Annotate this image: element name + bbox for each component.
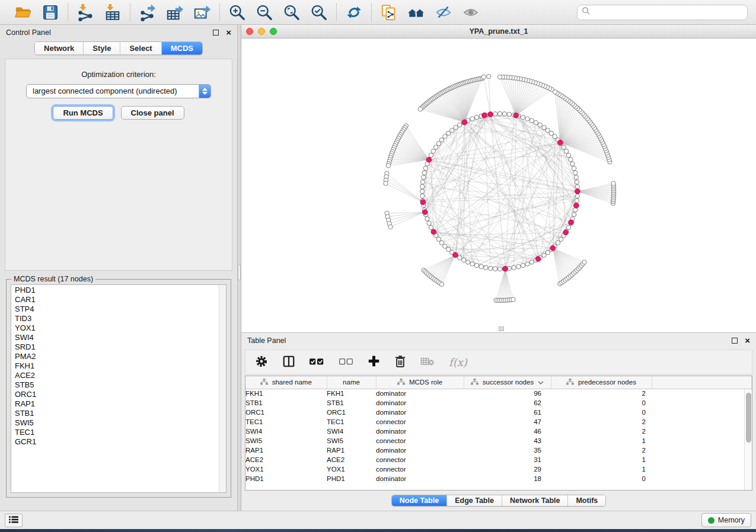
close-table-panel-icon[interactable]: ×: [745, 338, 750, 344]
canvas-resize-handle[interactable]: [499, 326, 504, 331]
tab-mcds[interactable]: MCDS: [162, 42, 202, 55]
table-cell[interactable]: 31: [464, 455, 551, 464]
network-node[interactable]: [487, 74, 491, 78]
network-node[interactable]: [538, 123, 542, 127]
network-node[interactable]: [573, 171, 577, 175]
float-table-panel-icon[interactable]: [732, 338, 738, 344]
hide-selected-button[interactable]: [434, 3, 453, 22]
float-panel-icon[interactable]: [213, 30, 219, 36]
table-cell[interactable]: TEC1: [245, 417, 327, 427]
mcds-result-item[interactable]: SWI4: [11, 333, 218, 342]
tab-select[interactable]: Select: [120, 42, 161, 55]
tab-network[interactable]: Network: [35, 42, 84, 55]
network-node[interactable]: [446, 247, 450, 251]
mcds-result-item[interactable]: SRD1: [11, 342, 218, 352]
network-node[interactable]: [489, 266, 493, 270]
mcds-hub-node[interactable]: [574, 203, 579, 209]
table-cell[interactable]: 1: [551, 455, 652, 464]
table-row[interactable]: PHD1PHD1dominator180: [245, 474, 752, 483]
column-header-mcds-role[interactable]: MCDS role: [376, 376, 464, 389]
table-cell[interactable]: TEC1: [327, 417, 376, 427]
mcds-hub-node[interactable]: [569, 220, 574, 225]
table-row[interactable]: SWI4SWI4dominator462: [245, 427, 752, 436]
mcds-result-item[interactable]: ORC1: [11, 390, 218, 399]
table-cell[interactable]: 2: [551, 389, 652, 398]
table-cell[interactable]: dominator: [376, 408, 464, 417]
close-panel-button[interactable]: Close panel: [121, 106, 184, 120]
mcds-result-item[interactable]: CAR1: [11, 295, 218, 305]
table-cell[interactable]: 2: [551, 427, 652, 436]
table-row[interactable]: STB1STB1dominator620: [245, 398, 752, 408]
mcds-hub-node[interactable]: [482, 113, 487, 118]
network-node[interactable]: [549, 131, 553, 135]
network-node[interactable]: [493, 267, 497, 271]
delete-table-button[interactable]: [420, 357, 435, 368]
zoom-in-button[interactable]: [228, 3, 247, 22]
network-node[interactable]: [466, 260, 470, 264]
network-node[interactable]: [564, 149, 568, 153]
network-node[interactable]: [386, 164, 390, 168]
deselect-all-button[interactable]: [339, 358, 353, 367]
search-input[interactable]: [594, 8, 743, 17]
export-image-button[interactable]: [193, 3, 212, 22]
network-node[interactable]: [575, 198, 579, 203]
table-scrollbar-thumb[interactable]: [746, 393, 751, 443]
select-all-button[interactable]: [310, 357, 325, 367]
network-node[interactable]: [521, 115, 525, 119]
network-node[interactable]: [516, 264, 521, 268]
zoom-out-button[interactable]: [255, 3, 274, 22]
mcds-result-item[interactable]: FKH1: [11, 361, 218, 371]
table-row[interactable]: FKH1FKH1dominator962: [245, 389, 752, 398]
table-cell[interactable]: dominator: [376, 446, 464, 455]
network-node[interactable]: [439, 137, 444, 142]
table-cell[interactable]: dominator: [376, 389, 464, 398]
table-cell[interactable]: 0: [551, 398, 652, 408]
mcds-result-item[interactable]: ACE2: [11, 371, 218, 380]
network-node[interactable]: [420, 184, 425, 188]
network-node[interactable]: [421, 175, 425, 180]
export-table-button[interactable]: [165, 3, 184, 22]
mcds-result-item[interactable]: STP4: [11, 305, 218, 314]
network-node[interactable]: [470, 262, 474, 266]
table-row[interactable]: ORC1ORC1dominator610: [245, 408, 752, 417]
network-node[interactable]: [484, 265, 488, 270]
duplicate-network-button[interactable]: [379, 3, 398, 22]
network-node[interactable]: [427, 221, 431, 225]
network-node[interactable]: [384, 181, 388, 185]
mcds-hub-node[interactable]: [453, 252, 458, 258]
zoom-selected-button[interactable]: [310, 3, 328, 22]
window-maximize-traffic-light[interactable]: [270, 28, 277, 35]
table-settings-button[interactable]: [255, 355, 268, 370]
network-node[interactable]: [425, 217, 429, 221]
network-node[interactable]: [553, 89, 557, 94]
network-node[interactable]: [529, 260, 534, 264]
export-network-button[interactable]: [138, 3, 157, 22]
network-node[interactable]: [433, 145, 438, 149]
table-cell[interactable]: ORC1: [245, 408, 327, 417]
table-cell[interactable]: 43: [464, 436, 551, 446]
network-node[interactable]: [431, 149, 435, 153]
table-cell[interactable]: ACE2: [327, 455, 376, 464]
network-node[interactable]: [436, 142, 441, 146]
network-node[interactable]: [575, 194, 579, 198]
table-cell[interactable]: SWI5: [327, 436, 376, 446]
network-node[interactable]: [429, 225, 433, 229]
network-node[interactable]: [529, 118, 534, 123]
table-cell[interactable]: ORC1: [327, 408, 376, 417]
open-file-button[interactable]: [14, 3, 33, 22]
table-cell[interactable]: 62: [464, 398, 551, 408]
table-cell[interactable]: dominator: [376, 398, 464, 408]
mcds-hub-node[interactable]: [431, 229, 436, 235]
network-node[interactable]: [566, 153, 570, 157]
apply-layout-button[interactable]: [344, 3, 363, 22]
table-cell[interactable]: RAP1: [245, 446, 327, 455]
column-header-shared-name[interactable]: shared name: [245, 376, 327, 389]
network-node[interactable]: [450, 128, 454, 132]
run-mcds-button[interactable]: Run MCDS: [53, 106, 113, 120]
network-node[interactable]: [497, 267, 502, 271]
network-node[interactable]: [546, 128, 550, 132]
mcds-hub-node[interactable]: [488, 112, 493, 117]
network-node[interactable]: [458, 255, 462, 259]
close-panel-icon[interactable]: ×: [226, 30, 231, 36]
network-node[interactable]: [542, 253, 546, 257]
